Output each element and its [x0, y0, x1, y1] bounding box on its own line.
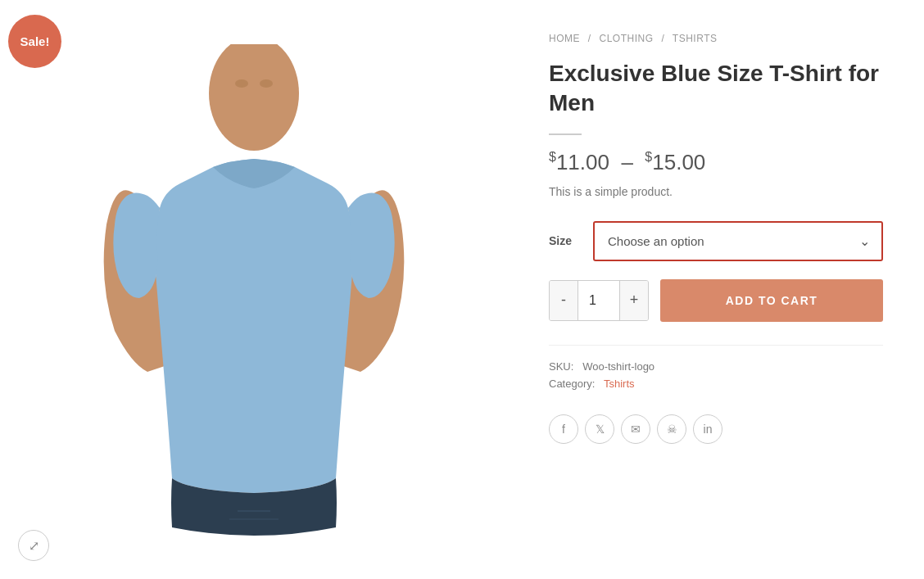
breadcrumb-sep2: /: [661, 33, 664, 44]
size-select[interactable]: Choose an option Small Medium Large X-La…: [595, 223, 881, 260]
share-email-button[interactable]: ✉: [621, 414, 650, 444]
sku-label: SKU:: [549, 360, 573, 373]
breadcrumb-tshirts[interactable]: TSHIRTS: [673, 33, 718, 44]
product-details-section: HOME / CLOTHING / TSHIRTS Exclusive Blue…: [508, 0, 924, 579]
product-image-section: Sale!: [0, 0, 508, 579]
price-dash: –: [621, 150, 632, 174]
category-row: Category: Tshirts: [549, 378, 883, 390]
linkedin-icon: in: [704, 423, 713, 436]
product-title: Exclusive Blue Size T-Shirt for Men: [549, 59, 883, 119]
price-min: 11.00: [556, 150, 609, 174]
price-max: 15.00: [652, 150, 705, 174]
email-icon: ✉: [631, 423, 641, 436]
breadcrumb-clothing[interactable]: CLOTHING: [600, 33, 654, 44]
sale-badge: Sale!: [8, 15, 61, 68]
share-twitter-button[interactable]: 𝕏: [585, 414, 614, 444]
product-image: [49, 28, 459, 552]
facebook-icon: f: [562, 423, 565, 436]
pinterest-icon: ☠: [667, 423, 677, 436]
zoom-icon: ⤢: [29, 538, 39, 554]
product-description: This is a simple product.: [549, 185, 883, 198]
price-range: $11.00 – $15.00: [549, 150, 883, 175]
quantity-controls: - +: [549, 280, 649, 321]
size-row: Size Choose an option Small Medium Large…: [549, 221, 883, 261]
breadcrumb-home[interactable]: HOME: [549, 33, 580, 44]
quantity-minus-button[interactable]: -: [550, 281, 578, 320]
size-label: Size: [549, 234, 578, 247]
share-pinterest-button[interactable]: ☠: [657, 414, 686, 444]
share-facebook-button[interactable]: f: [549, 414, 578, 444]
breadcrumb-sep1: /: [588, 33, 591, 44]
svg-point-3: [235, 79, 248, 88]
price-max-currency: $: [645, 150, 652, 164]
category-value[interactable]: Tshirts: [604, 378, 635, 390]
quantity-plus-button[interactable]: +: [620, 281, 648, 320]
size-select-wrapper: Choose an option Small Medium Large X-La…: [593, 221, 883, 261]
price-min-currency: $: [549, 150, 556, 164]
sku-value: Woo-tshirt-logo: [582, 360, 654, 373]
qty-cart-row: - + ADD TO CART: [549, 279, 883, 322]
sku-row: SKU: Woo-tshirt-logo: [549, 360, 883, 373]
share-linkedin-button[interactable]: in: [693, 414, 722, 444]
category-label: Category:: [549, 378, 595, 390]
title-divider: [549, 133, 582, 135]
add-to-cart-button[interactable]: ADD TO CART: [660, 279, 883, 322]
twitter-icon: 𝕏: [596, 423, 605, 436]
social-row: f 𝕏 ✉ ☠ in: [549, 414, 883, 444]
svg-point-0: [209, 44, 299, 151]
quantity-input[interactable]: [578, 281, 620, 320]
svg-point-4: [260, 79, 273, 88]
breadcrumb: HOME / CLOTHING / TSHIRTS: [549, 33, 883, 44]
product-meta: SKU: Woo-tshirt-logo Category: Tshirts: [549, 345, 883, 395]
zoom-button[interactable]: ⤢: [18, 530, 49, 561]
